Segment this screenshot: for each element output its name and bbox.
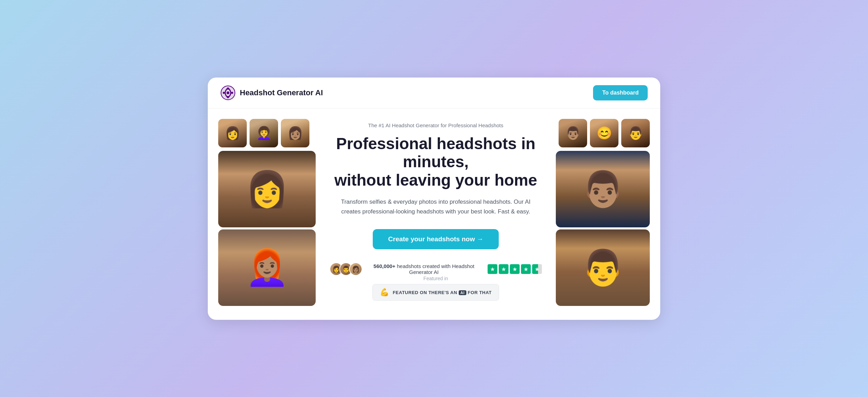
right-thumb-row: 👨🏽 😊 👨 <box>556 119 650 147</box>
trustpilot-stars: ★ ★ ★ ★ ★ <box>488 264 542 274</box>
svg-point-5 <box>223 92 225 94</box>
badge-text: FEATURED ON THERE'S AN AI FOR THAT <box>393 290 491 295</box>
star-3: ★ <box>510 264 520 274</box>
thumb-female-3: 👩🏽 <box>281 119 309 147</box>
star-4: ★ <box>521 264 531 274</box>
ai-badge: AI <box>459 290 466 295</box>
svg-point-6 <box>231 92 233 94</box>
cta-button[interactable]: Create your headshots now → <box>373 229 498 249</box>
featured-badge: 💪 FEATURED ON THERE'S AN AI FOR THAT <box>372 284 499 301</box>
social-proof-text: 560,000+ headshots created with Headshot… <box>367 263 481 275</box>
featured-label: Featured in <box>424 276 448 281</box>
navbar: Headshot Generator AI To dashboard <box>208 78 660 108</box>
thumb-male-1: 👨🏽 <box>559 119 587 147</box>
logo-icon <box>220 85 236 100</box>
center-content: The #1 AI Headshot Generator for Profess… <box>323 119 549 305</box>
svg-point-3 <box>227 88 229 90</box>
subtitle-tag: The #1 AI Headshot Generator for Profess… <box>368 122 504 128</box>
left-thumb-row: 👩 👩‍🦱 👩🏽 <box>218 119 316 147</box>
svg-point-4 <box>227 96 229 98</box>
hero-description: Transform selfies & everyday photos into… <box>335 197 537 217</box>
thumb-male-2: 😊 <box>590 119 618 147</box>
main-card: Headshot Generator AI To dashboard 👩 👩‍🦱… <box>208 78 660 320</box>
main-content: 👩 👩‍🦱 👩🏽 👩 👩🏽‍🦰 <box>208 108 660 320</box>
svg-point-2 <box>227 91 229 94</box>
star-1: ★ <box>488 264 497 274</box>
star-5-half: ★ <box>532 264 542 274</box>
left-photo-column: 👩 👩‍🦱 👩🏽 👩 👩🏽‍🦰 <box>218 119 316 306</box>
right-photo-column: 👨🏽 😊 👨 👨🏽 👨 <box>556 119 650 306</box>
thumb-female-2: 👩‍🦱 <box>250 119 278 147</box>
left-big-photo-top: 👩 <box>218 151 316 227</box>
thumb-male-3: 👨 <box>621 119 650 147</box>
right-big-photo-bottom: 👨 <box>556 229 650 306</box>
avatar-3: 👩🏽 <box>349 262 362 276</box>
left-big-photo-bottom: 👩🏽‍🦰 <box>218 229 316 306</box>
logo-area: Headshot Generator AI <box>220 85 323 100</box>
main-heading: Professional headshots in minutes, witho… <box>331 135 540 190</box>
featured-section: Featured in 💪 FEATURED ON THERE'S AN AI … <box>372 276 499 301</box>
thumb-female-1: 👩 <box>218 119 247 147</box>
star-2: ★ <box>499 264 508 274</box>
avatars-group: 👩 👨 👩🏽 <box>330 262 362 276</box>
logo-text: Headshot Generator AI <box>240 88 323 97</box>
dashboard-button[interactable]: To dashboard <box>593 85 648 100</box>
right-big-photo-top: 👨🏽 <box>556 151 650 227</box>
badge-icon: 💪 <box>380 288 389 297</box>
social-proof-row: 👩 👨 👩🏽 560,000+ headshots created with H… <box>330 262 542 276</box>
